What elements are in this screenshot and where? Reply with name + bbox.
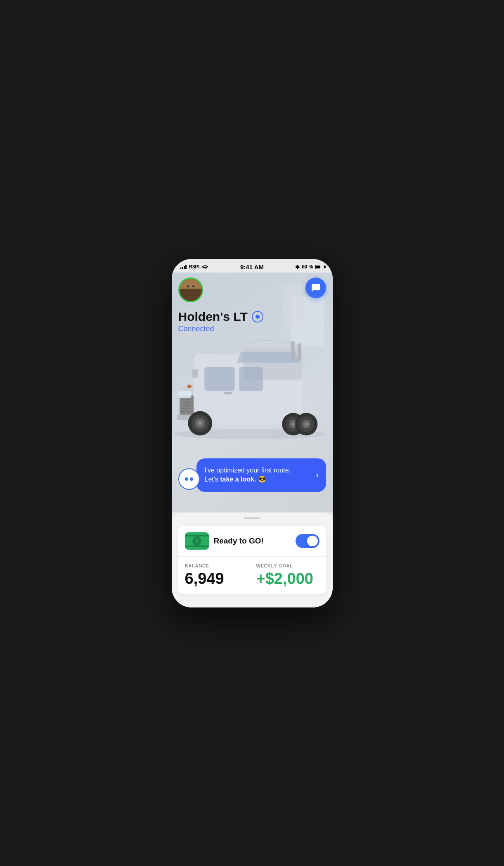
svg-rect-4 — [204, 367, 235, 391]
money-icon: $ — [185, 532, 209, 550]
ai-line2: Let's take a look. 😎 — [205, 476, 266, 483]
vehicle-name-text: Holden's LT — [178, 310, 248, 324]
svg-point-22 — [198, 421, 203, 425]
bubble-arrow: › — [316, 471, 319, 479]
truck-svg — [172, 328, 333, 441]
status-time: 9:41 AM — [240, 263, 264, 270]
ready-toggle[interactable] — [296, 534, 319, 548]
stats-row: BALANCE 6,949 WEEKLY GOAL +$2,000 — [185, 563, 319, 588]
ai-message-bubble[interactable]: I've optimized your first route. Let's t… — [196, 458, 326, 492]
battery-fill — [316, 266, 321, 268]
vehicle-title-area: Holden's LT Connected — [178, 310, 263, 333]
weekly-goal-label: WEEKLY GOAL — [256, 563, 319, 568]
svg-rect-31 — [192, 369, 198, 377]
drag-handle[interactable] — [244, 517, 260, 519]
svg-rect-32 — [224, 392, 232, 394]
status-right: ✱ 60 % — [295, 264, 324, 270]
carrier-label: R3PI — [189, 264, 200, 270]
status-bar: R3PI 9:41 AM ✱ 60 % — [172, 259, 333, 273]
ai-line1: I've optimized your first route. — [205, 467, 291, 474]
weekly-goal-value: +$2,000 — [256, 570, 319, 588]
signal-bar-2 — [182, 267, 183, 269]
svg-point-26 — [291, 422, 295, 425]
balance-label: BALANCE — [185, 563, 248, 568]
avatar-head — [180, 279, 202, 290]
ai-dot-1 — [185, 477, 188, 481]
ready-label: Ready to GO! — [214, 536, 264, 546]
battery-icon — [315, 265, 324, 269]
card-left: $ Ready to GO! — [185, 532, 264, 550]
ai-bold-text: take a look. — [220, 476, 256, 483]
battery-percent: 60 % — [302, 264, 313, 270]
svg-rect-5 — [239, 367, 263, 391]
card-top-row: $ Ready to GO! — [185, 532, 319, 550]
ai-dots — [185, 477, 193, 481]
phone-frame: R3PI 9:41 AM ✱ 60 % — [172, 259, 333, 607]
svg-rect-15 — [178, 391, 192, 398]
chat-button[interactable] — [305, 278, 326, 298]
wifi-icon — [202, 264, 208, 269]
phone-screen: R3PI 9:41 AM ✱ 60 % — [172, 259, 333, 607]
chat-icon — [311, 283, 321, 293]
status-left: R3PI — [180, 264, 208, 270]
toggle-thumb — [307, 536, 318, 546]
bottom-panel: $ Ready to GO! BALANCE 6,949 — [172, 512, 333, 607]
card: $ Ready to GO! BALANCE 6,949 — [178, 526, 326, 594]
connection-status: Connected — [178, 325, 263, 333]
svg-point-30 — [305, 422, 308, 425]
signal-bars — [180, 265, 187, 269]
signal-bar-3 — [184, 266, 185, 269]
status-indicator — [252, 311, 263, 323]
user-avatar[interactable] — [178, 278, 203, 302]
dollar-circle: $ — [192, 536, 201, 546]
status-dot — [256, 315, 260, 319]
balance-value: 6,949 — [185, 570, 248, 588]
signal-bar-4 — [185, 265, 187, 269]
bluetooth-icon: ✱ — [295, 264, 300, 270]
vehicle-name: Holden's LT — [178, 310, 263, 324]
signal-bar-1 — [180, 268, 181, 269]
divider — [178, 556, 326, 557]
ai-avatar[interactable] — [178, 468, 200, 490]
ai-message-text: I've optimized your first route. Let's t… — [205, 466, 305, 484]
ai-dot-2 — [190, 477, 193, 481]
avatar-beard — [180, 289, 202, 301]
battery-tip — [324, 266, 326, 268]
avatar-face — [180, 279, 202, 301]
balance-stat: BALANCE 6,949 — [185, 563, 248, 588]
avatar-eyes — [187, 285, 194, 287]
hero-section: Holden's LT Connected — [172, 273, 333, 512]
weekly-goal-stat: WEEKLY GOAL +$2,000 — [256, 563, 319, 588]
